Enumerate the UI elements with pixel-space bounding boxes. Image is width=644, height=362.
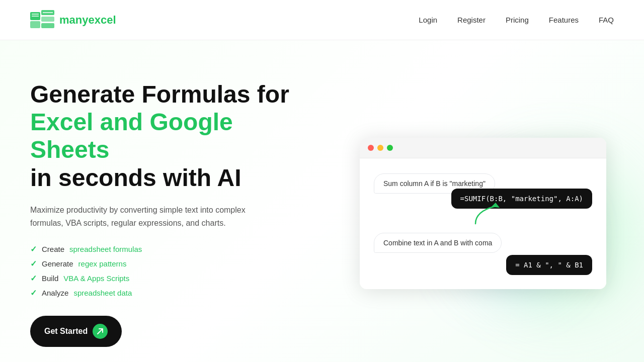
nav-features[interactable]: Features — [549, 16, 579, 24]
regex-patterns-link[interactable]: regex patterns — [78, 259, 127, 268]
arrow-decoration — [470, 199, 501, 229]
nav-links: Login Register Pricing Features FAQ — [419, 16, 614, 24]
logo-text: manyexcel — [59, 14, 116, 27]
list-item: ✓ Build VBA & Apps Scripts — [30, 274, 312, 283]
nav-login[interactable]: Login — [419, 16, 437, 24]
demo-window: Sum column A if B is "marketing" =SUMIF(… — [360, 138, 606, 289]
logo-icon — [30, 10, 54, 30]
nav-register[interactable]: Register — [457, 16, 486, 24]
svg-rect-3 — [41, 17, 54, 22]
list-item: ✓ Create spreadsheet formulas — [30, 244, 312, 254]
check-icon: ✓ — [30, 274, 37, 283]
formula-response-2: = A1 & ", " & B1 — [506, 255, 592, 275]
nav-pricing[interactable]: Pricing — [506, 16, 529, 24]
hero-section: Generate Formulas for Excel and Google S… — [0, 40, 644, 362]
hero-left: Generate Formulas for Excel and Google S… — [30, 80, 312, 347]
arrow-circle-icon — [93, 324, 108, 339]
svg-rect-4 — [41, 23, 54, 28]
hero-right: Sum column A if B is "marketing" =SUMIF(… — [352, 138, 614, 289]
hero-heading: Generate Formulas for Excel and Google S… — [30, 80, 312, 192]
user-prompt-2: Combine text in A and B with coma — [374, 233, 502, 253]
hero-description: Maximize productivity by converting simp… — [30, 204, 267, 230]
get-started-button[interactable]: Get Started — [30, 316, 122, 347]
nav-faq[interactable]: FAQ — [599, 16, 614, 24]
check-icon: ✓ — [30, 288, 37, 298]
list-item: ✓ Analyze spreadsheet data — [30, 288, 312, 298]
navigation: manyexcel Login Register Pricing Feature… — [0, 0, 644, 40]
window-titlebar — [360, 138, 606, 158]
logo[interactable]: manyexcel — [30, 10, 116, 30]
window-maximize-dot — [387, 145, 393, 151]
window-close-dot — [368, 145, 374, 151]
list-item: ✓ Generate regex patterns — [30, 259, 312, 268]
check-icon: ✓ — [30, 259, 37, 268]
spreadsheet-data-link[interactable]: spreadsheet data — [73, 289, 132, 297]
feature-list: ✓ Create spreadsheet formulas ✓ Generate… — [30, 244, 312, 298]
spreadsheet-formulas-link[interactable]: spreadsheet formulas — [69, 245, 142, 253]
svg-rect-1 — [30, 21, 40, 28]
window-minimize-dot — [377, 145, 383, 151]
demo-body: Sum column A if B is "marketing" =SUMIF(… — [360, 158, 606, 289]
check-icon: ✓ — [30, 244, 37, 254]
vba-scripts-link[interactable]: VBA & Apps Scripts — [63, 274, 129, 283]
